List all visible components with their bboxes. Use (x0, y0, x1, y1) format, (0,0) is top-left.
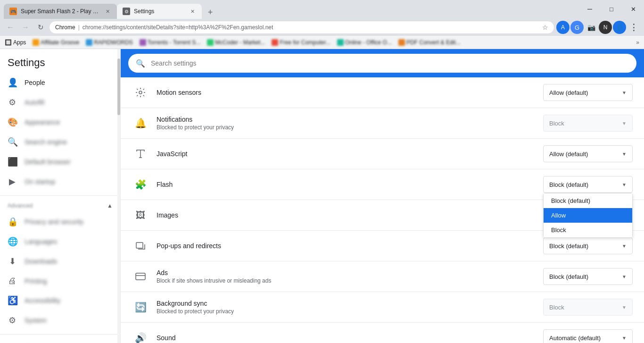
printing-icon: 🖨 (8, 276, 17, 286)
reload-button[interactable]: ↻ (34, 21, 47, 34)
sidebar-item-languages[interactable]: 🌐 Languages (0, 232, 113, 251)
minimize-button[interactable]: ─ (579, 2, 601, 16)
tab-smash[interactable]: 🎮 Super Smash Flash 2 - Play Free ✕ (4, 4, 117, 19)
sidebar-item-printing[interactable]: 🖨 Printing (0, 271, 113, 291)
popups-icon (132, 237, 149, 254)
tab2-title: Settings (134, 8, 185, 15)
bookmark-mccoder[interactable]: McCoder - Market... (204, 38, 268, 47)
sidebar-item-system[interactable]: ⚙ System (0, 310, 113, 330)
background-sync-arrow: ▼ (622, 305, 627, 310)
motion-sensors-dropdown[interactable]: Allow (default) ▼ (543, 84, 633, 101)
ads-icon (132, 268, 149, 285)
content-area: Motion sensors Allow (default) ▼ 🔔 Notif… (121, 77, 644, 343)
javascript-title: JavaScript (157, 150, 536, 158)
system-icon: ⚙ (8, 315, 17, 326)
languages-icon: 🌐 (8, 236, 17, 247)
sound-content: Sound (157, 334, 536, 342)
notifications-icon: 🔔 (132, 115, 149, 132)
omnibox[interactable]: Chrome | chrome://settings/content/siteD… (49, 21, 554, 34)
flash-option-block[interactable]: Block (544, 223, 632, 237)
notifications-control[interactable]: Block ▼ (543, 115, 633, 132)
notifications-value: Block (549, 120, 564, 127)
bookmark-online[interactable]: Online - Office O... (334, 38, 395, 47)
notifications-title: Notifications (157, 116, 536, 123)
javascript-row: JavaScript Allow (default) ▼ (121, 139, 644, 169)
flash-row: 🧩 Flash Block (default) ▼ Block (default… (121, 169, 644, 200)
sidebar-item-appearance[interactable]: 🎨 Appearance (0, 112, 113, 132)
bookmark-torrents[interactable]: Torrents - Torrent S... (137, 38, 203, 47)
bookmark-pdf[interactable]: PDF Convert & Edit... (396, 38, 463, 47)
popups-dropdown[interactable]: Block (default) ▼ (543, 237, 633, 254)
maximize-button[interactable]: □ (601, 2, 622, 16)
sidebar-item-startup[interactable]: ▶ On startup (0, 172, 113, 192)
background-sync-dropdown[interactable]: Block ▼ (543, 299, 633, 316)
bookmark-free[interactable]: Free for Computer... (269, 38, 333, 47)
bookmarks-more-btn[interactable]: » (633, 38, 642, 47)
flash-control[interactable]: Block (default) ▼ Block (default) Allow (543, 176, 633, 193)
advanced-chevron[interactable]: ▲ (107, 202, 113, 209)
back-button[interactable]: ← (4, 21, 17, 34)
notifications-dropdown[interactable]: Block ▼ (543, 115, 633, 132)
user-avatar[interactable]: 👤 (613, 21, 626, 34)
search-input[interactable] (151, 59, 629, 67)
ads-dropdown[interactable]: Block (default) ▼ (543, 268, 633, 285)
popups-arrow: ▼ (622, 243, 627, 249)
bookmark-icon[interactable]: ☆ (542, 24, 548, 31)
printing-label: Printing (25, 277, 47, 285)
sound-icon: 🔊 (132, 329, 149, 343)
popups-control[interactable]: Block (default) ▼ (543, 237, 633, 254)
background-sync-value: Block (549, 304, 564, 311)
sidebar-item-accessibility[interactable]: ♿ Accessibility (0, 291, 113, 310)
bookmark-apps[interactable]: 🔲Apps (2, 38, 29, 47)
forward-button[interactable]: → (19, 21, 32, 34)
sound-value: Automatic (default) (549, 335, 601, 342)
background-sync-content: Background sync Blocked to protect your … (157, 300, 536, 315)
motion-sensors-title: Motion sensors (157, 89, 536, 96)
motion-sensors-row: Motion sensors Allow (default) ▼ (121, 77, 644, 108)
tab2-close[interactable]: ✕ (189, 8, 196, 15)
more-menu-btn[interactable]: ⋮ (627, 21, 640, 34)
ads-control[interactable]: Block (default) ▼ (543, 268, 633, 285)
accessibility-label: Accessibility (25, 297, 60, 304)
flash-option-allow[interactable]: Allow (544, 208, 632, 223)
system-label: System (25, 317, 47, 324)
sidebar-item-privacy[interactable]: 🔒 Privacy and security (0, 212, 113, 232)
sidebar-item-downloads[interactable]: ⬇ Downloads (0, 251, 113, 271)
flash-option-block-default[interactable]: Block (default) (544, 193, 632, 208)
autofill-label: Autofill (25, 99, 44, 106)
motion-sensors-arrow: ▼ (622, 90, 627, 95)
sidebar-item-search[interactable]: 🔍 Search engine (0, 132, 113, 152)
javascript-dropdown[interactable]: Allow (default) ▼ (543, 145, 633, 162)
background-sync-control[interactable]: Block ▼ (543, 299, 633, 316)
ads-arrow: ▼ (622, 274, 627, 279)
search-engine-label: Search engine (25, 138, 67, 146)
javascript-control[interactable]: Allow (default) ▼ (543, 145, 633, 162)
sidebar-item-autofill[interactable]: ⚙ Autofill (0, 92, 113, 112)
profile-icon[interactable]: A (556, 21, 570, 34)
sound-dropdown[interactable]: Automatic (default) ▼ (543, 329, 633, 343)
motion-sensors-control[interactable]: Allow (default) ▼ (543, 84, 633, 101)
startup-icon: ▶ (8, 176, 17, 187)
sidebar-item-people[interactable]: 👤 People (0, 73, 113, 92)
close-button[interactable]: ✕ (622, 2, 644, 16)
ads-subtitle: Block if site shows intrusive or mislead… (157, 277, 536, 284)
flash-dropdown-trigger[interactable]: Block (default) ▼ (543, 176, 633, 193)
sound-control[interactable]: Automatic (default) ▼ (543, 329, 633, 343)
default-browser-label: Default browser (25, 158, 71, 166)
tab2-favicon: ⚙ (123, 8, 130, 15)
search-box[interactable]: 🔍 (128, 54, 636, 73)
javascript-content: JavaScript (157, 150, 536, 158)
bookmark-affiliate[interactable]: Affiliate Groove (30, 38, 82, 47)
sidebar-item-default-browser[interactable]: ⬛ Default browser (0, 152, 113, 172)
flash-option-block-label: Block (551, 226, 566, 234)
tab1-close[interactable]: ✕ (104, 8, 111, 15)
extension1-btn[interactable]: G (570, 21, 584, 34)
ads-content: Ads Block if site shows intrusive or mis… (157, 269, 536, 284)
sidebar-item-about[interactable]: ℹ About and more (0, 338, 113, 343)
tab-settings[interactable]: ⚙ Settings ✕ (117, 4, 202, 19)
ads-row: Ads Block if site shows intrusive or mis… (121, 261, 644, 292)
extension2-btn[interactable]: N (599, 21, 612, 34)
new-tab-button[interactable]: + (204, 6, 217, 19)
bookmark-rapidwords[interactable]: RAPIDWORDS (83, 38, 136, 47)
camera-btn[interactable]: 📷 (585, 21, 598, 34)
